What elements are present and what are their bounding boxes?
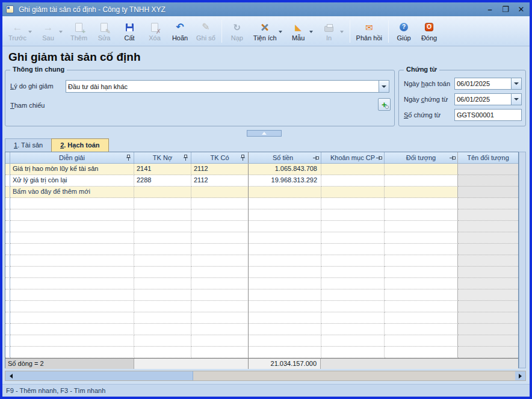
cell-amount[interactable]: [249, 187, 321, 198]
empty-cell: [134, 301, 191, 312]
chevron-down-icon[interactable]: [309, 31, 313, 35]
title-bar[interactable]: Ghi giảm tài sản cố định - Công ty TNHH …: [2, 2, 530, 16]
scroll-left-arrow-icon[interactable]: [5, 371, 16, 380]
row-count-label: Số dòng = 2: [5, 359, 134, 369]
cell-amount[interactable]: 19.968.313.292: [249, 175, 321, 187]
empty-cell: [458, 289, 518, 301]
column-header-object-name[interactable]: Tên đối tượng: [458, 152, 518, 163]
voucher-date-input[interactable]: [455, 94, 511, 105]
cell-amount[interactable]: 1.065.843.708: [249, 164, 321, 175]
chevron-down-icon[interactable]: [279, 31, 282, 35]
cell-debit-account[interactable]: 2141: [134, 164, 191, 175]
pin-icon[interactable]: [125, 155, 132, 161]
table-row[interactable]: Xử lý giá trị còn lại 2288 2112 19.968.3…: [5, 175, 518, 187]
cell-description[interactable]: Xử lý giá trị còn lại: [10, 175, 134, 187]
chevron-down-icon[interactable]: [340, 31, 344, 35]
arrow-right-icon: →: [43, 21, 54, 33]
empty-cell: [385, 267, 458, 278]
feedback-button[interactable]: ✉Phản hồi: [353, 19, 386, 43]
empty-cell: [191, 221, 249, 232]
cell-credit-account[interactable]: 2112: [191, 175, 249, 187]
reason-combobox[interactable]: [66, 80, 389, 93]
column-header-expense-item[interactable]: Khoản mục CP: [321, 152, 385, 163]
empty-cell: [458, 347, 518, 358]
pin-icon[interactable]: [240, 155, 246, 161]
cell-object[interactable]: [385, 175, 458, 187]
empty-cell: [249, 278, 321, 289]
chevron-down-icon[interactable]: [511, 78, 521, 89]
cell-object[interactable]: [385, 164, 458, 175]
cell-credit-account[interactable]: [191, 187, 249, 198]
edit-button[interactable]: ✎Sửa: [91, 19, 117, 43]
column-header-object[interactable]: Đối tượng: [385, 152, 458, 163]
table-row[interactable]: Giá trị hao mòn lũy kế tài sản 2141 2112…: [5, 164, 518, 175]
scrollbar-thumb[interactable]: [16, 371, 193, 380]
add-reference-button[interactable]: +: [378, 98, 391, 111]
column-header-description[interactable]: Diễn giải: [10, 152, 134, 163]
column-header-debit-account[interactable]: TK Nợ: [134, 152, 191, 163]
maximize-icon[interactable]: ❐: [501, 5, 510, 14]
pin-icon[interactable]: [182, 155, 189, 161]
panel-collapse-handle[interactable]: [247, 130, 282, 137]
close-app-icon: O: [425, 21, 433, 33]
reason-input[interactable]: [66, 81, 379, 92]
voucher-no-field[interactable]: [454, 109, 522, 121]
reload-icon: ↻: [234, 21, 241, 33]
horizontal-scrollbar[interactable]: [5, 371, 526, 381]
chevron-down-icon[interactable]: [59, 31, 63, 35]
cell-debit-account[interactable]: [134, 187, 191, 198]
voucher-no-input[interactable]: [455, 110, 521, 120]
add-new-row[interactable]: Bấm vào đây để thêm mới: [5, 187, 518, 198]
utilities-button[interactable]: Tiện ích: [250, 19, 286, 43]
voucher-date-picker[interactable]: [454, 93, 522, 105]
empty-cell: [385, 347, 458, 358]
scroll-right-arrow-icon[interactable]: [515, 371, 525, 380]
empty-cell: [134, 335, 191, 347]
close-window-button[interactable]: OĐóng: [416, 19, 442, 43]
cell-description[interactable]: Giá trị hao mòn lũy kế tài sản: [10, 164, 134, 175]
empty-cell: [321, 347, 385, 358]
empty-cell: [134, 232, 191, 244]
pin-icon[interactable]: [312, 155, 319, 161]
tab-hach-toan[interactable]: 2. Hạch toán: [51, 138, 108, 152]
next-button[interactable]: →Sau: [36, 19, 66, 43]
reload-button[interactable]: ↻Nạp: [224, 19, 250, 43]
undo-button[interactable]: ↶Hoãn: [167, 19, 193, 43]
save-button[interactable]: Cất: [117, 19, 142, 43]
chevron-down-icon[interactable]: [511, 94, 521, 105]
add-new-row-label[interactable]: Bấm vào đây để thêm mới: [10, 187, 134, 198]
close-icon[interactable]: ✕: [516, 5, 526, 14]
help-button[interactable]: ?Giúp: [391, 19, 416, 43]
cell-debit-account[interactable]: 2288: [134, 175, 191, 187]
cell-expense-item[interactable]: [321, 175, 385, 187]
print-button[interactable]: In: [317, 19, 347, 43]
delete-button[interactable]: ✗Xóa: [142, 19, 167, 43]
row-indicator: [5, 187, 10, 198]
column-header-credit-account[interactable]: TK Có: [191, 152, 249, 163]
prev-button[interactable]: ←Trước: [5, 19, 36, 43]
template-button[interactable]: ◣Mẫu: [286, 19, 317, 43]
empty-grid-row: [5, 312, 518, 324]
cell-credit-account[interactable]: 2112: [191, 164, 249, 175]
chevron-down-icon[interactable]: [28, 31, 32, 35]
minimize-icon[interactable]: –: [485, 5, 495, 14]
empty-grid-row: [5, 267, 518, 278]
chevron-down-icon[interactable]: [379, 81, 389, 92]
empty-cell: [134, 221, 191, 232]
empty-grid-row: [5, 232, 518, 244]
cell-expense-item[interactable]: [321, 187, 385, 198]
add-button[interactable]: +Thêm: [66, 19, 91, 43]
column-header-amount[interactable]: Số tiền: [249, 152, 321, 163]
cell-object[interactable]: [385, 187, 458, 198]
vertical-scrollbar[interactable]: [519, 152, 526, 368]
row-indicator: [5, 301, 10, 312]
pin-icon[interactable]: [376, 155, 382, 161]
posting-date-picker[interactable]: [454, 78, 522, 90]
empty-grid-row: [5, 324, 518, 335]
cell-expense-item[interactable]: [321, 164, 385, 175]
posting-date-input[interactable]: [455, 78, 511, 89]
post-ledger-button[interactable]: ✎Ghi sổ: [193, 19, 219, 43]
pin-icon[interactable]: [449, 155, 456, 161]
tab-tai-san[interactable]: 1. Tài sản: [5, 138, 52, 152]
empty-cell: [249, 267, 321, 278]
